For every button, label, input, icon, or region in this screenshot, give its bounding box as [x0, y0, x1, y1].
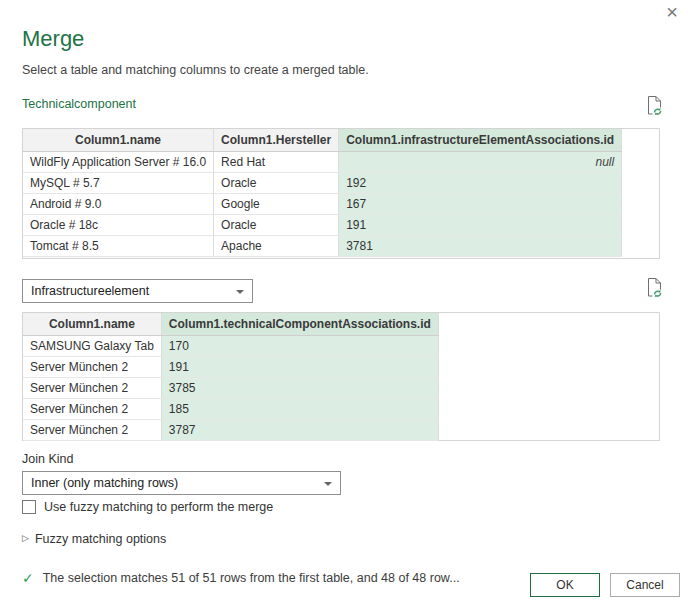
merge-dialog: × Merge Select a table and matching colu… — [0, 0, 688, 615]
table-row: SAMSUNG Galaxy Tab 170 — [23, 335, 438, 356]
join-kind-select[interactable]: Inner (only matching rows) — [22, 471, 341, 495]
second-table-selector[interactable]: Infrastructureelement — [22, 279, 253, 303]
column-header[interactable]: Column1.Hersteller — [214, 129, 339, 151]
table-row: Tomcat # 8.5 Apache 3781 — [23, 235, 622, 256]
table-row: Server München 2 191 — [23, 356, 438, 377]
table-cell[interactable]: 3781 — [339, 235, 622, 256]
table-header-row: Column1.name Column1.Hersteller Column1.… — [23, 129, 622, 151]
table-row: Server München 2 3785 — [23, 377, 438, 398]
expander-arrow-icon: ▷ — [22, 533, 29, 543]
table-cell[interactable]: 167 — [339, 193, 622, 214]
dialog-subtitle: Select a table and matching columns to c… — [22, 63, 369, 77]
table-row: Android # 9.0 Google 167 — [23, 193, 622, 214]
table-cell[interactable]: Server München 2 — [23, 398, 161, 419]
table-cell[interactable]: Oracle — [214, 172, 339, 193]
refresh-preview-icon — [646, 95, 664, 117]
chevron-down-icon — [236, 290, 244, 294]
table-cell[interactable]: Server München 2 — [23, 356, 161, 377]
table-cell[interactable]: Red Hat — [214, 151, 339, 172]
fuzzy-matching-checkbox-label[interactable]: Use fuzzy matching to perform the merge — [44, 500, 273, 514]
join-kind-value: Inner (only matching rows) — [31, 476, 178, 490]
chevron-down-icon — [324, 482, 332, 486]
table-cell[interactable]: Android # 9.0 — [23, 193, 214, 214]
close-icon[interactable]: × — [666, 2, 678, 22]
column-header[interactable]: Column1.name — [23, 129, 214, 151]
table-cell[interactable]: 185 — [161, 398, 438, 419]
table-cell[interactable]: 192 — [339, 172, 622, 193]
table-cell[interactable]: 191 — [339, 214, 622, 235]
table-cell[interactable]: 191 — [161, 356, 438, 377]
fuzzy-matching-checkbox[interactable] — [22, 500, 36, 514]
column-header[interactable]: Column1.name — [23, 313, 161, 335]
fuzzy-matching-row: Use fuzzy matching to perform the merge — [22, 500, 273, 514]
dialog-title: Merge — [22, 26, 84, 52]
table-cell[interactable]: 3785 — [161, 377, 438, 398]
cancel-button[interactable]: Cancel — [610, 573, 680, 597]
table-header-row: Column1.name Column1.technicalComponentA… — [23, 313, 438, 335]
table-cell[interactable]: 170 — [161, 335, 438, 356]
refresh-preview-icon — [646, 277, 664, 299]
fuzzy-options-label: Fuzzy matching options — [35, 532, 166, 546]
table-row: MySQL # 5.7 Oracle 192 — [23, 172, 622, 193]
table-cell[interactable]: MySQL # 5.7 — [23, 172, 214, 193]
table-cell[interactable]: Apache — [214, 235, 339, 256]
table-cell[interactable]: Server München 2 — [23, 419, 161, 440]
table-row: Oracle # 18c Oracle 191 — [23, 214, 622, 235]
table-cell[interactable]: Server München 2 — [23, 377, 161, 398]
table-cell[interactable]: SAMSUNG Galaxy Tab — [23, 335, 161, 356]
table-cell[interactable]: Oracle — [214, 214, 339, 235]
selector-value: Infrastructureelement — [31, 284, 149, 298]
refresh-preview-button[interactable] — [644, 95, 666, 119]
join-kind-label: Join Kind — [22, 452, 73, 466]
table-cell[interactable]: Oracle # 18c — [23, 214, 214, 235]
refresh-preview-button[interactable] — [644, 277, 666, 301]
table-cell[interactable]: 3787 — [161, 419, 438, 440]
table-row: WildFly Application Server # 16.0 Red Ha… — [23, 151, 622, 172]
table-cell[interactable]: Google — [214, 193, 339, 214]
table-cell-null[interactable]: null — [339, 151, 622, 172]
second-table: Column1.name Column1.technicalComponentA… — [22, 312, 660, 441]
table-row: Server München 2 3787 — [23, 419, 438, 440]
ok-button[interactable]: OK — [530, 573, 600, 597]
fuzzy-options-expander[interactable]: ▷ Fuzzy matching options — [22, 532, 166, 546]
column-header-selected[interactable]: Column1.technicalComponentAssociations.i… — [161, 313, 438, 335]
table-cell[interactable]: Tomcat # 8.5 — [23, 235, 214, 256]
column-header-selected[interactable]: Column1.infrastructureElementAssociation… — [339, 129, 622, 151]
success-check-icon: ✓ — [22, 570, 34, 586]
first-table-label: Technicalcomponent — [22, 97, 136, 111]
match-status: ✓ The selection matches 51 of 51 rows fr… — [22, 570, 502, 586]
table-row: Server München 2 185 — [23, 398, 438, 419]
match-status-text: The selection matches 51 of 51 rows from… — [43, 571, 460, 585]
table-cell[interactable]: WildFly Application Server # 16.0 — [23, 151, 214, 172]
first-table: Column1.name Column1.Hersteller Column1.… — [22, 128, 660, 259]
